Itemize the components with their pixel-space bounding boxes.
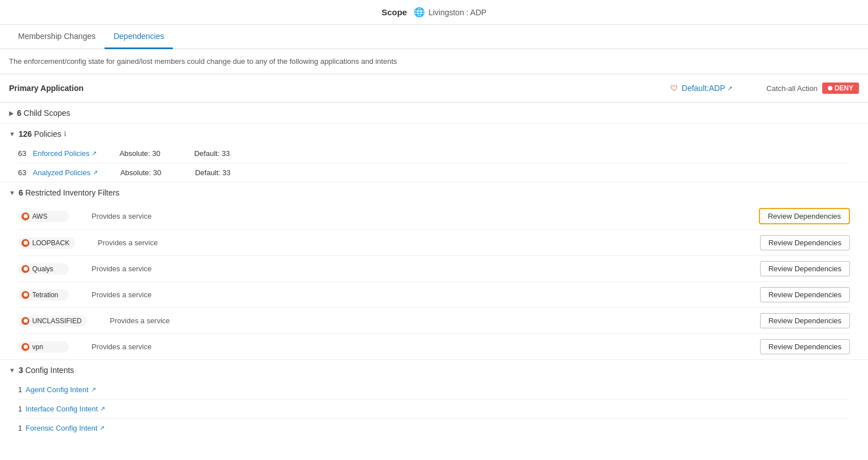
filter-service-vpn: Provides a service (92, 342, 760, 351)
filter-badge-vpn: vpn (18, 341, 69, 353)
scope-label: Scope (381, 7, 407, 17)
enforced-absolute: Absolute: 30 (119, 149, 160, 158)
filter-badge-unclassified: UNCLASSIFIED (18, 315, 87, 327)
forensic-external-icon: ↗ (99, 424, 105, 432)
shield-icon: 🛡 (670, 84, 678, 93)
enforced-policies-link[interactable]: Enforced Policies ↗ (33, 149, 97, 158)
filters-count: 6 (19, 188, 23, 197)
scope-value: 🌐 Livingston : ADP (414, 7, 487, 18)
intents-chevron-icon: ▼ (9, 367, 15, 374)
analyzed-policies-row: 63 Analyzed Policies ↗ Absolute: 30 Defa… (18, 163, 850, 182)
review-dependencies-button-unclassified[interactable]: Review Dependencies (760, 313, 850, 328)
analyzed-count: 63 (18, 168, 29, 177)
filter-badge-aws: AWS (18, 211, 69, 222)
catch-all-label: Catch-all Action (766, 84, 817, 93)
tab-dependencies[interactable]: Dependencies (105, 25, 173, 49)
filter-dot-aws (21, 212, 29, 220)
primary-application-row: Primary Application 🛡 Default:ADP ↗ Catc… (0, 75, 868, 102)
tab-bar: Membership Changes Dependencies (0, 25, 868, 49)
review-dependencies-button-aws[interactable]: Review Dependencies (759, 208, 850, 224)
intents-label: Config Intents (25, 366, 74, 375)
deny-badge: DENY (822, 83, 859, 94)
review-dependencies-button-tetration[interactable]: Review Dependencies (760, 287, 850, 302)
default-adp-link[interactable]: Default:ADP ↗ (682, 84, 732, 93)
enforced-stats: Absolute: 30 Default: 33 (119, 149, 229, 158)
header: Scope 🌐 Livingston : ADP (0, 0, 868, 25)
filter-rows: AWS Provides a service Review Dependenci… (0, 203, 868, 359)
filter-service-qualys: Provides a service (92, 264, 760, 273)
filter-row-vpn: vpn Provides a service Review Dependenci… (18, 333, 850, 359)
interface-external-icon: ↗ (100, 405, 105, 413)
intent-row-forensic: 1 Forensic Config Intent ↗ (18, 418, 850, 437)
review-dependencies-button-qualys[interactable]: Review Dependencies (760, 261, 850, 276)
page-description: The enforcement/config state for gained/… (0, 49, 868, 74)
config-intents-row[interactable]: ▼ 3 Config Intents (0, 360, 868, 380)
scope-text: Livingston : ADP (428, 8, 487, 17)
child-scopes-label: Child Scopes (24, 109, 71, 118)
enforced-external-icon: ↗ (92, 150, 97, 157)
filter-badge-tetration: Tetration (18, 289, 69, 301)
review-dependencies-button-loopback[interactable]: Review Dependencies (760, 235, 850, 250)
chevron-right-icon: ▶ (9, 110, 14, 117)
primary-app-label: Primary Application (9, 84, 122, 93)
filter-row-unclassified: UNCLASSIFIED Provides a service Review D… (18, 307, 850, 333)
review-dependencies-button-vpn[interactable]: Review Dependencies (760, 339, 850, 354)
filter-dot-vpn (21, 343, 29, 351)
filter-dot-qualys (21, 265, 29, 273)
enforced-default: Default: 33 (194, 149, 230, 158)
chevron-down-icon: ▼ (9, 131, 15, 137)
analyzed-default: Default: 33 (195, 168, 231, 177)
filter-service-unclassified: Provides a service (110, 316, 760, 325)
catch-all-action: Catch-all Action DENY (766, 83, 859, 94)
primary-app-link-group: 🛡 Default:ADP ↗ (670, 84, 732, 93)
info-icon: ℹ (64, 130, 67, 138)
enforced-count: 63 (18, 149, 29, 158)
agent-external-icon: ↗ (91, 386, 96, 393)
filters-chevron-icon: ▼ (9, 189, 15, 196)
analyzed-policies-link[interactable]: Analyzed Policies ↗ (33, 168, 98, 177)
intent-row-interface: 1 Interface Config Intent ↗ (18, 399, 850, 418)
policies-count: 126 (19, 129, 32, 138)
policy-rows: 63 Enforced Policies ↗ Absolute: 30 Defa… (0, 144, 868, 182)
analyzed-stats: Absolute: 30 Default: 33 (120, 168, 231, 177)
filters-label: Restricted Inventory Filters (25, 188, 120, 197)
scope-icon: 🌐 (414, 7, 425, 18)
external-link-icon: ↗ (727, 85, 732, 92)
filter-service-aws: Provides a service (92, 212, 759, 220)
intent-count-interface: 1 (18, 405, 22, 413)
filter-dot-tetration (21, 291, 29, 299)
policies-label: Policies (34, 129, 61, 138)
child-scopes-row[interactable]: ▶ 6 Child Scopes (0, 103, 868, 123)
filter-dot-unclassified (21, 317, 29, 325)
intent-count-forensic: 1 (18, 424, 22, 432)
restricted-filters-row[interactable]: ▼ 6 Restricted Inventory Filters (0, 183, 868, 203)
enforced-policies-row: 63 Enforced Policies ↗ Absolute: 30 Defa… (18, 144, 850, 163)
interface-config-intent-link[interactable]: Interface Config Intent ↗ (25, 405, 105, 413)
intents-count: 3 (19, 366, 23, 375)
filter-row-qualys: Qualys Provides a service Review Depende… (18, 255, 850, 281)
filter-dot-loopback (21, 239, 29, 247)
intent-rows: 1 Agent Config Intent ↗ 1 Interface Conf… (0, 380, 868, 437)
intent-count-agent: 1 (18, 385, 22, 394)
intent-row-agent: 1 Agent Config Intent ↗ (18, 380, 850, 399)
filter-row-aws: AWS Provides a service Review Dependenci… (18, 203, 850, 229)
filter-row-loopback: LOOPBACK Provides a service Review Depen… (18, 229, 850, 255)
policies-row[interactable]: ▼ 126 Policies ℹ (0, 124, 868, 144)
filter-service-tetration: Provides a service (92, 290, 760, 299)
child-scopes-count: 6 (17, 109, 21, 118)
deny-dot (828, 86, 832, 90)
tab-membership-changes[interactable]: Membership Changes (9, 25, 105, 49)
analyzed-external-icon: ↗ (93, 169, 98, 176)
filter-service-loopback: Provides a service (98, 238, 760, 247)
forensic-config-intent-link[interactable]: Forensic Config Intent ↗ (25, 424, 105, 432)
agent-config-intent-link[interactable]: Agent Config Intent ↗ (25, 385, 96, 394)
filter-row-tetration: Tetration Provides a service Review Depe… (18, 281, 850, 307)
filter-badge-loopback: LOOPBACK (18, 237, 75, 249)
filter-badge-qualys: Qualys (18, 263, 69, 275)
analyzed-absolute: Absolute: 30 (120, 168, 161, 177)
